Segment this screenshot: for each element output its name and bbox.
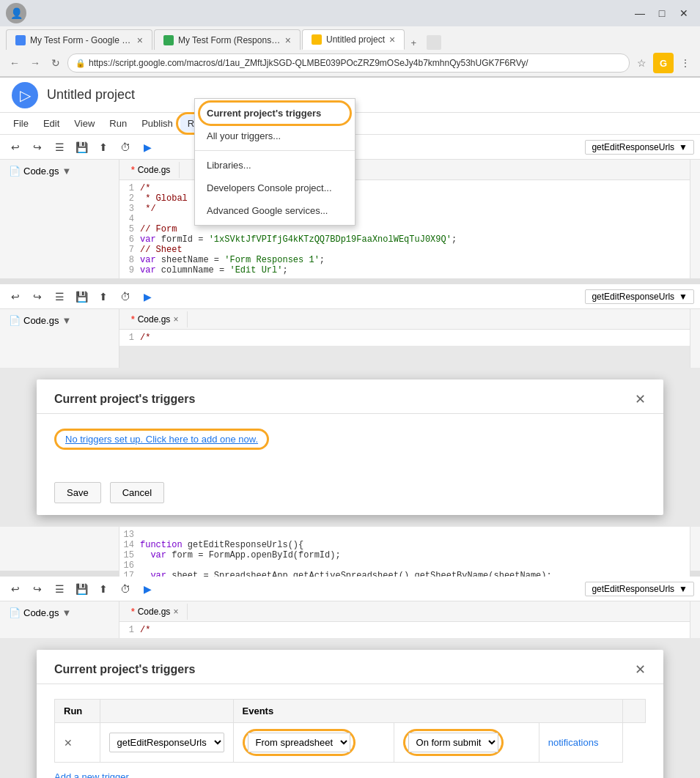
code-editor-3[interactable]: 13 14 function getEditResponseUrls(){ 15… [119,527,690,584]
th-delete [100,700,233,723]
address-bar[interactable]: 🔒 https://script.google.com/macros/d/1au… [67,53,630,73]
file-item-code-gs-1[interactable]: 📄 Code.gs ▼ [3,163,116,179]
run-button[interactable]: ▶ [138,138,157,157]
trigger-run-select[interactable]: getEditResponseUrls [109,733,224,752]
tab1-close[interactable]: × [137,34,143,46]
trigger-notifications-link[interactable]: notifications [548,737,599,748]
window-close-button[interactable]: ✕ [674,3,694,23]
dropdown-all-triggers[interactable]: All your triggers... [195,125,355,147]
dialog1-header: Current project's triggers ✕ [37,379,663,414]
code-editor-wrapper-3: 13 14 function getEditResponseUrls(){ 15… [119,527,690,571]
new-tab-button[interactable]: + [406,35,421,50]
tab1-favicon [15,35,26,45]
file-dropdown-2[interactable]: ▼ [62,315,71,326]
redo-button[interactable]: ↪ [28,138,47,157]
timer-button[interactable]: ⏱ [116,138,135,157]
selected-function-2: getEditResponseUrls [592,292,674,302]
code-editor-2[interactable]: 1 /* [119,330,690,346]
browser-tab-2[interactable]: My Test Form (Response... × [154,29,301,50]
menu-toggle-button-2[interactable]: ☰ [50,287,69,306]
scrollbar-1[interactable] [690,160,700,278]
menu-run[interactable]: Run [102,115,134,132]
code-line-9: 9 var columnName = 'Edit Url'; [119,265,690,275]
file-panel-3 [0,527,119,571]
redo-button-3[interactable]: ↪ [28,579,47,599]
file-tab-close-4[interactable]: × [173,607,178,617]
upload-button-2[interactable]: ⬆ [94,287,113,306]
tab-strip-overflow[interactable] [427,35,441,50]
function-selector[interactable]: getEditResponseUrls ▼ [585,140,694,155]
undo-button-2[interactable]: ↩ [6,287,25,306]
dialog1-close-button[interactable]: ✕ [635,391,646,407]
triggers-table-header: Run Events [55,700,646,723]
redo-button-2[interactable]: ↪ [28,287,47,306]
profile-icon[interactable]: 👤 [6,3,26,23]
dialog1-cancel-button[interactable]: Cancel [110,482,164,503]
dropdown-developers-console[interactable]: Developers Console project... [195,177,355,199]
timer-button-2[interactable]: ⏱ [116,287,135,306]
file-tab-code-gs-2[interactable]: * Code.gs × [122,311,188,327]
file-dropdown-4[interactable]: ▼ [62,607,71,618]
maximize-button[interactable]: □ [652,3,672,23]
scrollbar-4[interactable] [690,601,700,638]
reload-button[interactable]: ↻ [47,54,65,72]
app-section-1: ▷ Untitled project File Edit View Run Pu… [0,78,700,278]
code-editor-4[interactable]: 1 /* [119,622,690,638]
tab2-close[interactable]: × [285,34,291,46]
menu-publish[interactable]: Publish [134,115,180,132]
file-item-code-gs-2[interactable]: 📄 Code.gs ▼ [3,312,116,329]
tab2-favicon [163,35,174,45]
dropdown-libraries[interactable]: Libraries... [195,154,355,177]
more-button[interactable]: ⋮ [677,54,694,72]
scrollbar-2[interactable] [690,309,700,368]
dropdown-current-triggers[interactable]: Current project's triggers [195,102,355,125]
function-dropdown-arrow-3: ▼ [679,584,688,594]
menu-toggle-button-3[interactable]: ☰ [50,579,69,599]
run-button-3[interactable]: ▶ [138,579,157,599]
upload-button-3[interactable]: ⬆ [94,579,113,599]
run-button-2[interactable]: ▶ [138,287,157,306]
save-button[interactable]: 💾 [72,138,91,157]
function-selector-2[interactable]: getEditResponseUrls ▼ [585,289,694,304]
function-selector-3[interactable]: getEditResponseUrls ▼ [585,582,694,596]
file-item-code-gs-4[interactable]: 📄 Code.gs ▼ [3,604,116,621]
add-trigger-link[interactable]: Add a new trigger [54,771,646,778]
code-line3-15: 15 var form = FormApp.openById(formId); [119,550,690,560]
dropdown-advanced-services[interactable]: Advanced Google services... [195,199,355,222]
dialog2-body: Run Events ✕ [37,684,663,778]
forward-button[interactable]: → [26,54,44,72]
dialog1-save-button[interactable]: Save [54,482,101,503]
file-dropdown-1[interactable]: ▼ [62,166,71,177]
google-account-button[interactable]: G [653,53,674,73]
bookmark-button[interactable]: ☆ [633,54,650,72]
scrollbar-3[interactable] [690,527,700,571]
file-tab-code-gs-1[interactable]: * Code.gs [122,162,180,178]
minimize-button[interactable]: — [630,3,650,23]
trigger-delete-cell: ✕ [55,723,100,763]
tab3-close[interactable]: × [389,34,395,45]
upload-button[interactable]: ⬆ [94,138,113,157]
editor-area-4: 📄 Code.gs ▼ * Code.gs × 1 /* [0,601,700,638]
browser-tab-3[interactable]: Untitled project × [302,29,405,50]
code-line-6: 6 var formId = '1xSVktJfVPIfjG4kKTzQQ7BD… [119,234,690,245]
save-button-2[interactable]: 💾 [72,287,91,306]
save-button-3[interactable]: 💾 [72,579,91,599]
section-divider-1 [0,278,700,284]
dialog2-close-button[interactable]: ✕ [635,662,646,678]
dialog2-title: Current project's triggers [54,663,195,676]
trigger-on-select[interactable]: On form submit [408,733,498,752]
no-triggers-link[interactable]: No triggers set up. Click here to add on… [65,434,258,445]
undo-button-3[interactable]: ↩ [6,579,25,599]
menu-file[interactable]: File [6,115,36,132]
menu-view[interactable]: View [67,115,102,132]
menu-edit[interactable]: Edit [36,115,67,132]
menu-toggle-button[interactable]: ☰ [50,138,69,157]
undo-button[interactable]: ↩ [6,138,25,157]
trigger-from-select[interactable]: From spreadsheet [248,733,350,752]
file-tab-close-2[interactable]: × [173,314,178,325]
trigger-delete-button[interactable]: ✕ [64,737,73,749]
timer-button-3[interactable]: ⏱ [116,579,135,599]
browser-tab-1[interactable]: My Test Form - Google F... × [6,29,152,50]
file-tab-code-gs-4[interactable]: * Code.gs × [122,604,188,620]
back-button[interactable]: ← [6,54,23,72]
